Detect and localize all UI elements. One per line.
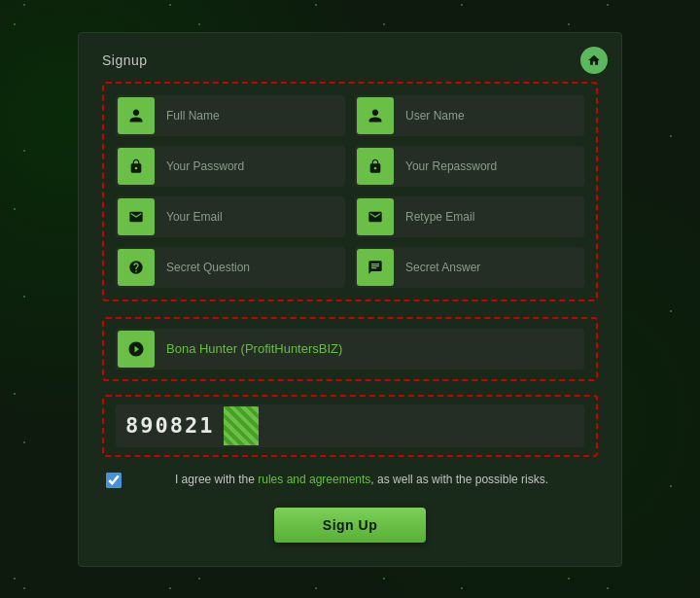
referral-field	[116, 329, 584, 369]
row-name	[116, 95, 584, 136]
retype-email-input[interactable]	[396, 210, 584, 224]
signup-button[interactable]: Sign Up	[274, 508, 426, 543]
captcha-code: 890821	[116, 413, 224, 438]
secret-question-input[interactable]	[157, 261, 345, 274]
referral-input[interactable]	[157, 341, 584, 356]
captcha-section: 890821	[102, 395, 598, 457]
question-icon	[118, 249, 155, 286]
lock-icon-repassword	[357, 148, 394, 185]
row-email	[116, 196, 584, 237]
lock-icon-password	[118, 148, 155, 185]
repassword-group	[355, 146, 584, 187]
password-group	[116, 146, 345, 187]
username-input[interactable]	[396, 109, 584, 123]
fullname-input[interactable]	[157, 109, 345, 123]
password-input[interactable]	[157, 159, 345, 173]
username-group	[355, 95, 584, 136]
agreement-checkbox-wrapper[interactable]	[106, 473, 122, 492]
email-icon-left	[118, 198, 155, 235]
rules-link[interactable]: rules and agreements	[258, 473, 370, 486]
email-input[interactable]	[157, 210, 345, 224]
home-icon	[587, 53, 601, 67]
user-icon-fullname	[118, 97, 155, 134]
referral-icon	[118, 331, 155, 368]
row-password	[116, 146, 584, 187]
answer-icon	[357, 249, 394, 286]
home-button[interactable]	[580, 47, 608, 74]
signup-btn-section: Sign Up	[102, 508, 598, 543]
fullname-group	[116, 95, 345, 136]
captcha-stripe	[224, 406, 259, 445]
email-group	[116, 196, 345, 237]
secret-question-group	[116, 247, 345, 288]
page-title: Signup	[102, 53, 598, 68]
referral-section	[102, 317, 598, 381]
user-icon-username	[357, 97, 394, 134]
agreement-checkbox[interactable]	[106, 473, 122, 488]
captcha-input[interactable]	[259, 419, 584, 433]
signup-container: Signup	[78, 32, 622, 567]
secret-answer-group	[355, 247, 584, 288]
agreement-text: I agree with the rules and agreements, a…	[129, 471, 594, 488]
form-fields-section	[102, 82, 598, 301]
retype-email-group	[355, 196, 584, 237]
agreement-section: I agree with the rules and agreements, a…	[102, 471, 598, 492]
row-secret	[116, 247, 584, 288]
email-icon-right	[357, 198, 394, 235]
secret-answer-input[interactable]	[396, 261, 584, 274]
repassword-input[interactable]	[396, 159, 584, 173]
